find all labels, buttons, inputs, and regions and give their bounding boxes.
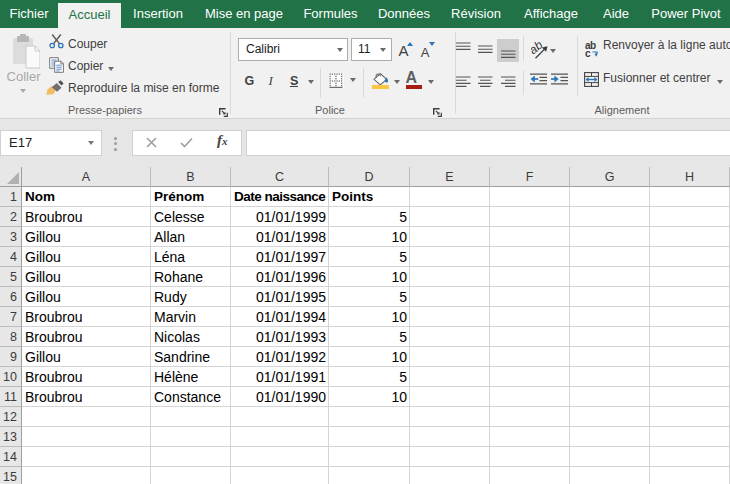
svg-text:c: c (585, 48, 591, 58)
